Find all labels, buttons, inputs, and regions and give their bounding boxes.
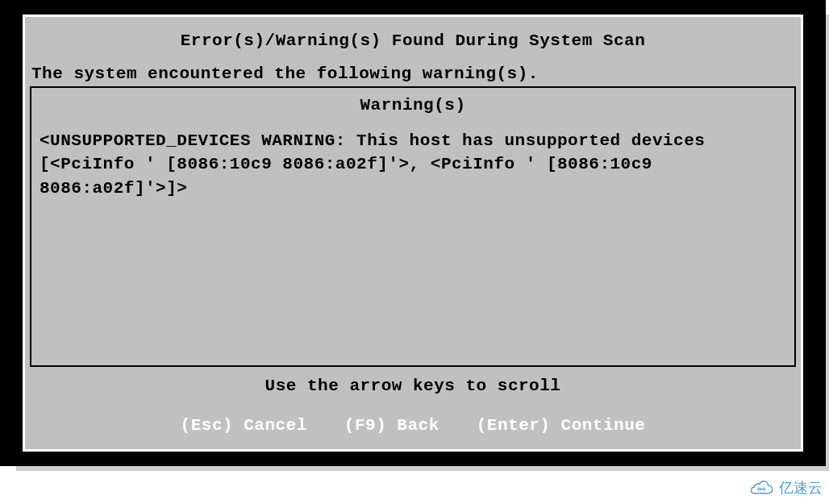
svg-point-0 bbox=[758, 488, 760, 490]
cloud-icon bbox=[750, 480, 774, 496]
shadow-bottom bbox=[16, 466, 826, 471]
console-background: Error(s)/Warning(s) Found During System … bbox=[0, 0, 826, 466]
watermark: 亿速云 bbox=[750, 478, 823, 498]
dialog-title: Error(s)/Warning(s) Found During System … bbox=[30, 22, 796, 65]
action-bar: (Esc) Cancel (F9) Back (Enter) Continue bbox=[30, 402, 796, 439]
warning-body: <UNSUPPORTED_DEVICES WARNING: This host … bbox=[40, 129, 786, 200]
back-button[interactable]: (F9) Back bbox=[344, 416, 439, 435]
warning-heading: Warning(s) bbox=[40, 93, 786, 129]
warning-box[interactable]: Warning(s) <UNSUPPORTED_DEVICES WARNING:… bbox=[30, 86, 796, 367]
svg-point-1 bbox=[763, 488, 765, 490]
dialog-frame: Error(s)/Warning(s) Found During System … bbox=[23, 15, 803, 452]
shadow-right bbox=[826, 15, 829, 471]
continue-button[interactable]: (Enter) Continue bbox=[477, 416, 646, 435]
watermark-text: 亿速云 bbox=[779, 478, 823, 498]
scroll-hint: Use the arrow keys to scroll bbox=[30, 367, 796, 402]
dialog-subtitle: The system encountered the following war… bbox=[30, 65, 796, 86]
cancel-button[interactable]: (Esc) Cancel bbox=[181, 416, 307, 435]
